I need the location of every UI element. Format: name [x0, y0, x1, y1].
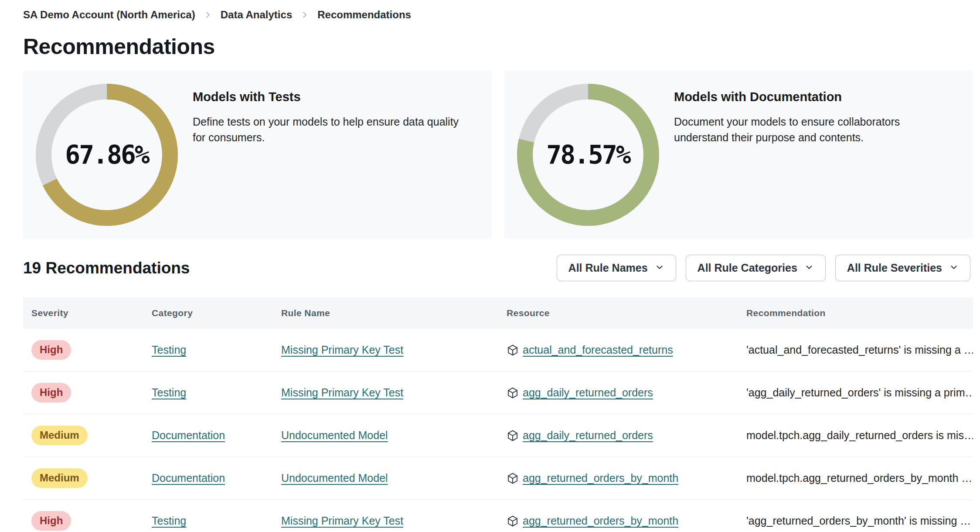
filter-rule-categories-label: All Rule Categories — [698, 262, 797, 274]
breadcrumb-item-project[interactable]: Data Analytics — [221, 9, 293, 21]
summary-cards: 67.86% Models with Tests Define tests on… — [23, 71, 973, 239]
rule-name-link[interactable]: Missing Primary Key Test — [281, 344, 403, 356]
resource-link[interactable]: agg_daily_returned_orders — [523, 386, 653, 399]
severity-badge: Medium — [31, 426, 88, 445]
severity-badge: High — [31, 511, 71, 530]
category-link[interactable]: Testing — [152, 515, 186, 527]
table-row: High Testing Missing Primary Key Test ac… — [23, 329, 973, 372]
col-header-category: Category — [152, 308, 281, 318]
filters: All Rule Names All Rule Categories All R… — [557, 255, 970, 281]
models-with-tests-card: 67.86% Models with Tests Define tests on… — [23, 71, 492, 239]
resource-link[interactable]: agg_returned_orders_by_month — [523, 515, 678, 527]
resource-link[interactable]: agg_returned_orders_by_month — [523, 472, 678, 484]
chevron-right-icon — [203, 10, 213, 20]
table-row: High Testing Missing Primary Key Test ag… — [23, 500, 973, 532]
table-row: Medium Documentation Undocumented Model … — [23, 457, 973, 500]
tests-donut-chart: 67.86% — [36, 84, 178, 226]
filter-rule-severities-label: All Rule Severities — [847, 262, 942, 274]
col-header-rule-name: Rule Name — [281, 308, 507, 318]
package-cube-icon — [507, 472, 519, 484]
documentation-card-description: Document your models to ensure collabora… — [674, 114, 953, 146]
package-cube-icon — [507, 344, 519, 356]
recommendation-text: 'actual_and_forecasted_returns' is missi… — [746, 344, 973, 356]
tests-percent-value: 67.86% — [36, 84, 178, 226]
list-toolbar: 19 Recommendations All Rule Names All Ru… — [23, 255, 973, 281]
col-header-resource: Resource — [507, 308, 746, 318]
severity-badge: Medium — [31, 468, 88, 488]
recommendation-text: 'agg_daily_returned_orders' is missing a… — [746, 386, 973, 399]
tests-card-title: Models with Tests — [193, 90, 472, 104]
chevron-right-icon — [300, 10, 310, 20]
package-cube-icon — [507, 387, 519, 399]
filter-rule-names-label: All Rule Names — [568, 262, 648, 274]
resource-link[interactable]: actual_and_forecasted_returns — [523, 344, 673, 356]
recommendation-text: model.tpch.agg_daily_returned_orders is … — [746, 429, 973, 442]
recommendation-text: model.tpch.agg_returned_orders_by_month … — [746, 472, 973, 484]
recommendation-text: 'agg_returned_orders_by_month' is missin… — [746, 515, 973, 527]
page-title: Recommendations — [23, 34, 973, 59]
chevron-down-icon — [804, 262, 814, 275]
recommendations-page: SA Demo Account (North America) Data Ana… — [0, 0, 980, 532]
chevron-down-icon — [949, 262, 959, 275]
severity-badge: High — [31, 340, 71, 359]
models-with-documentation-card: 78.57% Models with Documentation Documen… — [504, 71, 973, 239]
col-header-recommendation: Recommendation — [746, 308, 973, 318]
breadcrumb: SA Demo Account (North America) Data Ana… — [23, 9, 973, 21]
chevron-down-icon — [655, 262, 664, 275]
category-link[interactable]: Testing — [152, 386, 186, 399]
package-cube-icon — [507, 515, 519, 527]
table-row: High Testing Missing Primary Key Test ag… — [23, 372, 973, 414]
tests-card-description: Define tests on your models to help ensu… — [193, 114, 472, 146]
filter-rule-names-button[interactable]: All Rule Names — [557, 255, 676, 281]
documentation-donut-chart: 78.57% — [517, 84, 659, 226]
category-link[interactable]: Testing — [152, 344, 186, 356]
filter-rule-categories-button[interactable]: All Rule Categories — [686, 255, 826, 281]
rule-name-link[interactable]: Undocumented Model — [281, 429, 388, 441]
table-header-row: Severity Category Rule Name Resource Rec… — [23, 297, 973, 329]
filter-rule-severities-button[interactable]: All Rule Severities — [835, 255, 970, 281]
recommendations-table: Severity Category Rule Name Resource Rec… — [23, 297, 973, 532]
resource-link[interactable]: agg_daily_returned_orders — [523, 429, 653, 442]
rule-name-link[interactable]: Missing Primary Key Test — [281, 515, 403, 527]
rule-name-link[interactable]: Missing Primary Key Test — [281, 386, 403, 399]
col-header-severity: Severity — [23, 308, 152, 318]
category-link[interactable]: Documentation — [152, 472, 225, 484]
documentation-percent-value: 78.57% — [517, 84, 659, 226]
category-link[interactable]: Documentation — [152, 429, 225, 441]
breadcrumb-item-current: Recommendations — [317, 9, 411, 21]
severity-badge: High — [31, 383, 71, 402]
rule-name-link[interactable]: Undocumented Model — [281, 472, 388, 484]
documentation-card-title: Models with Documentation — [674, 90, 953, 104]
table-row: Medium Documentation Undocumented Model … — [23, 414, 973, 457]
recommendations-count: 19 Recommendations — [23, 259, 190, 277]
package-cube-icon — [507, 430, 519, 442]
breadcrumb-item-account[interactable]: SA Demo Account (North America) — [23, 9, 195, 21]
